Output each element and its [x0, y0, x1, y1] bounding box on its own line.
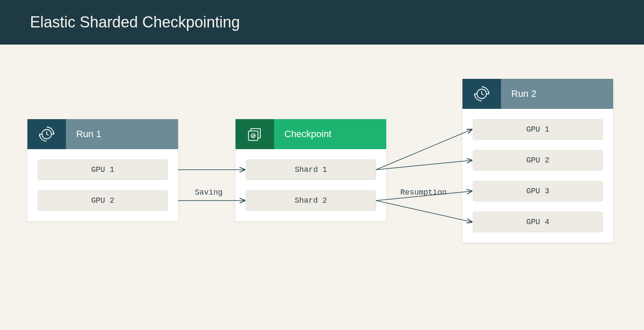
checkpoint-shard-item: Shard 1 [246, 159, 376, 180]
run1-title: Run 1 [66, 119, 178, 149]
clock-refresh-icon [462, 79, 501, 109]
run2-title: Run 2 [501, 79, 613, 109]
checkpoint-header: Checkpoint [236, 119, 386, 149]
run1-body: GPU 1 GPU 2 [27, 149, 178, 221]
run2-gpu-item: GPU 1 [473, 119, 603, 140]
checkpoint-stack-icon [236, 119, 274, 149]
run1-gpu-item: GPU 2 [38, 190, 168, 211]
checkpoint-title: Checkpoint [274, 119, 386, 149]
page-title: Elastic Sharded Checkpointing [30, 13, 240, 31]
run1-card: Run 1 GPU 1 GPU 2 [27, 119, 178, 221]
arrow-shard1-gpu1 [376, 129, 472, 170]
run1-gpu-item: GPU 1 [38, 159, 168, 180]
checkpoint-body: Shard 1 Shard 2 [236, 149, 386, 221]
run2-gpu-item: GPU 3 [473, 181, 603, 201]
run2-card: Run 2 GPU 1 GPU 2 GPU 3 GPU 4 [462, 79, 613, 243]
diagram-canvas: Run 1 GPU 1 GPU 2 Checkpoint Shard 1 Sha… [0, 45, 644, 330]
arrow-shard2-gpu4 [376, 201, 472, 222]
run2-gpu-item: GPU 4 [473, 212, 603, 232]
checkpoint-card: Checkpoint Shard 1 Shard 2 [236, 119, 386, 221]
arrow-shard1-gpu2 [376, 160, 472, 170]
resumption-label: Resumption [400, 188, 447, 197]
run2-body: GPU 1 GPU 2 GPU 3 GPU 4 [462, 109, 613, 243]
clock-refresh-icon [27, 119, 66, 149]
run2-gpu-item: GPU 2 [473, 150, 603, 171]
checkpoint-shard-item: Shard 2 [246, 190, 376, 211]
page-header: Elastic Sharded Checkpointing [0, 0, 644, 45]
saving-label: Saving [195, 188, 223, 197]
run1-header: Run 1 [27, 119, 178, 149]
run2-header: Run 2 [462, 79, 613, 109]
